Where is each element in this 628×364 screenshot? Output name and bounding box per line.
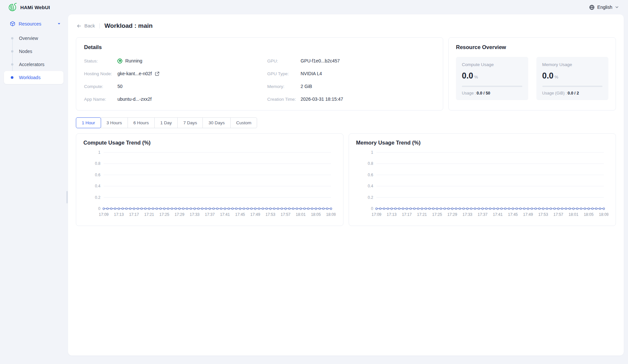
back-button[interactable]: Back [77,23,95,28]
detail-row-memory: Memory:2 GiB [267,82,435,90]
item-dot [11,76,13,79]
progress-bar [462,86,522,87]
arrow-left-icon [77,24,81,28]
sidebar-item-label: Accelerators [19,62,44,67]
svg-text:0: 0 [98,206,100,211]
sidebar-section-label: Resources [19,21,41,26]
chart-title: Memory Usage Trend (%) [356,140,609,146]
detail-label: GPU: [267,59,301,63]
time-range-7-days[interactable]: 7 Days [177,117,203,128]
svg-text:1: 1 [98,150,100,155]
svg-text:18:01: 18:01 [568,212,578,217]
compute-usage-panel: Compute Usage0.0%Usage :0.0 / 50 [456,57,528,100]
svg-text:17:25: 17:25 [432,212,442,217]
detail-label: App Name: [84,97,117,102]
usage-caption: Usage :0.0 / 50 [462,91,522,95]
usage-value: 0.0 [542,71,554,80]
detail-value: 2 GiB [301,84,312,89]
svg-text:17:29: 17:29 [447,212,457,217]
svg-text:0.8: 0.8 [95,161,100,166]
compute-trend-card: Compute Usage Trend (%) 00.20.40.60.8117… [76,133,343,226]
detail-label: GPU Type: [267,71,301,76]
svg-text:17:37: 17:37 [205,212,215,217]
svg-text:0.6: 0.6 [95,173,100,177]
usage-caption-label: Usage (GiB) : [542,91,567,95]
memory-trend-chart[interactable]: 00.20.40.60.8117:0917:1317:1717:2117:251… [356,147,608,222]
detail-value-text: 50 [117,84,123,89]
sidebar-item-overview[interactable]: Overview [4,32,63,45]
svg-text:0.6: 0.6 [368,173,373,177]
detail-value-text: 2 GiB [301,84,312,89]
chart-holder: 00.20.40.60.8117:0917:1317:1717:2117:251… [356,147,609,223]
compute-trend-chart[interactable]: 00.20.40.60.8117:0917:1317:1717:2117:251… [83,147,336,222]
svg-text:17:57: 17:57 [281,212,290,217]
svg-text:17:13: 17:13 [114,212,124,217]
sidebar-item-nodes[interactable]: Nodes [4,45,63,58]
svg-text:17:57: 17:57 [553,212,563,217]
app-layout: Resources OverviewNodesAcceleratorsWorkl… [0,14,628,360]
hami-logo-icon [7,2,17,12]
detail-row-gpu: GPU:GPU-f1e0...b2c457 [267,57,435,65]
svg-text:0.2: 0.2 [95,195,100,200]
sidebar-item-label: Overview [19,36,38,41]
sidebar-item-resources[interactable]: Resources [0,18,68,32]
panel-title: Compute Usage [462,62,522,67]
resource-overview-panels: Compute Usage0.0%Usage :0.0 / 50Memory U… [456,57,608,100]
svg-text:17:09: 17:09 [371,212,381,217]
svg-text:17:41: 17:41 [493,212,502,217]
usage-caption-value: 0.0 / 50 [477,91,490,95]
details-columns: Status:RunningHosting Node:gke-kant...e-… [84,57,435,103]
svg-text:17:53: 17:53 [538,212,548,217]
svg-text:17:33: 17:33 [462,212,472,217]
time-range-1-hour[interactable]: 1 Hour [76,117,101,128]
usage-caption-value: 0.0 / 2 [567,91,579,95]
memory-usage-panel: Memory Usage0.0%Usage (GiB) :0.0 / 2 [536,57,609,100]
usage-unit: % [474,75,478,79]
language-selector[interactable]: English [589,5,619,10]
svg-text:17:49: 17:49 [250,212,260,217]
chart-title: Compute Usage Trend (%) [83,140,336,146]
time-range-30-days[interactable]: 30 Days [202,117,231,128]
svg-text:0: 0 [371,206,373,211]
details-card: Details Status:RunningHosting Node:gke-k… [76,37,443,111]
svg-text:17:41: 17:41 [220,212,230,217]
time-range-6-hours[interactable]: 6 Hours [128,117,155,128]
item-dot [11,37,13,40]
resource-overview-title: Resource Overview [456,44,608,50]
time-range-wrap: 1 Hour3 Hours6 Hours1 Day7 Days30 DaysCu… [76,117,616,128]
detail-value-text: Running [125,58,142,63]
detail-value: NVIDIA L4 [301,71,322,76]
item-dot [11,50,13,53]
svg-text:17:29: 17:29 [175,212,184,217]
detail-value-text: GPU-f1e0...b2c457 [301,58,340,63]
page-title: Workload : main [104,22,152,29]
svg-text:17:21: 17:21 [417,212,427,217]
detail-value-text: ubuntu-d...-zxx2f [117,96,151,102]
charts-row: Compute Usage Trend (%) 00.20.40.60.8117… [76,133,616,226]
svg-text:18:09: 18:09 [326,212,336,217]
detail-value: ubuntu-d...-zxx2f [117,96,151,102]
header-divider [99,23,100,28]
time-range-1-day[interactable]: 1 Day [154,117,178,128]
usage-caption: Usage (GiB) :0.0 / 2 [542,91,603,95]
sidebar-item-workloads[interactable]: Workloads [4,71,63,84]
detail-label: Compute: [84,84,117,89]
time-range-group: 1 Hour3 Hours6 Hours1 Day7 Days30 DaysCu… [76,117,257,128]
summary-row: Details Status:RunningHosting Node:gke-k… [76,37,616,111]
details-title: Details [84,44,435,50]
time-range-3-hours[interactable]: 3 Hours [101,117,128,128]
topbar: HAMi WebUI English [0,0,628,14]
back-label: Back [84,23,95,28]
detail-value: Running [117,58,142,63]
time-range-custom[interactable]: Custom [230,117,257,128]
panel-title: Memory Usage [542,62,603,67]
external-link-icon[interactable] [155,71,160,76]
cube-icon [10,21,15,26]
sidebar-resize-handle[interactable] [66,191,68,203]
globe-icon [589,5,595,10]
svg-text:17:45: 17:45 [235,212,245,217]
sidebar-item-accelerators[interactable]: Accelerators [4,58,63,71]
svg-text:18:05: 18:05 [584,212,593,217]
main-content: Back Workload : main Details Status:Runn… [68,14,624,355]
svg-text:17:21: 17:21 [144,212,154,217]
